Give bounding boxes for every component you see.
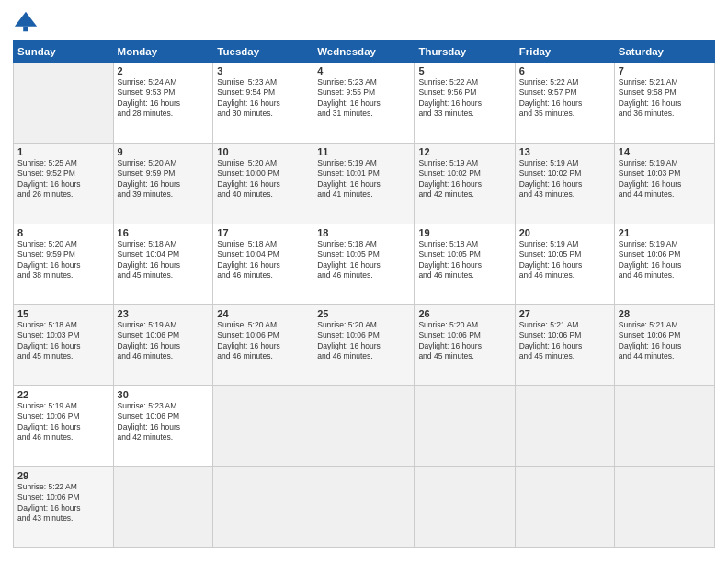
svg-rect-1 (23, 27, 28, 32)
day-number: 7 (619, 65, 711, 76)
day-number: 20 (519, 227, 610, 238)
table-row: 9Sunrise: 5:20 AMSunset: 9:59 PMDaylight… (113, 144, 213, 224)
table-row: 17Sunrise: 5:18 AMSunset: 10:04 PMDaylig… (213, 224, 313, 305)
table-row: 27Sunrise: 5:21 AMSunset: 10:06 PMDaylig… (515, 305, 614, 386)
day-info: Sunrise: 5:19 AMSunset: 10:05 PMDaylight… (519, 239, 610, 282)
calendar-row: 15Sunrise: 5:18 AMSunset: 10:03 PMDaylig… (14, 305, 715, 386)
table-row: 2Sunrise: 5:24 AMSunset: 9:53 PMDaylight… (113, 63, 213, 144)
table-row (415, 467, 515, 548)
table-row: 19Sunrise: 5:18 AMSunset: 10:05 PMDaylig… (415, 224, 515, 305)
col-tuesday: Tuesday (213, 41, 313, 63)
day-info: Sunrise: 5:18 AMSunset: 10:03 PMDaylight… (17, 320, 109, 362)
day-info: Sunrise: 5:19 AMSunset: 10:02 PMDaylight… (418, 158, 510, 201)
table-row: 1Sunrise: 5:25 AMSunset: 9:52 PMDaylight… (14, 144, 114, 224)
day-info: Sunrise: 5:20 AMSunset: 9:59 PMDaylight:… (17, 239, 109, 282)
day-number: 21 (619, 227, 711, 238)
table-row: 5Sunrise: 5:22 AMSunset: 9:56 PMDaylight… (415, 63, 515, 144)
table-row: 16Sunrise: 5:18 AMSunset: 10:04 PMDaylig… (113, 224, 213, 305)
calendar-table: Sunday Monday Tuesday Wednesday Thursday… (13, 40, 715, 548)
table-row: 14Sunrise: 5:19 AMSunset: 10:03 PMDaylig… (614, 144, 714, 224)
day-number: 16 (118, 227, 210, 238)
day-number: 30 (118, 389, 210, 400)
day-info: Sunrise: 5:25 AMSunset: 9:52 PMDaylight:… (17, 158, 109, 201)
table-row: 25Sunrise: 5:20 AMSunset: 10:06 PMDaylig… (313, 305, 415, 386)
day-info: Sunrise: 5:19 AMSunset: 10:01 PMDaylight… (317, 158, 410, 201)
day-info: Sunrise: 5:20 AMSunset: 9:59 PMDaylight:… (118, 158, 210, 201)
table-row: 6Sunrise: 5:22 AMSunset: 9:57 PMDaylight… (515, 63, 614, 144)
day-number: 29 (17, 470, 109, 481)
day-info: Sunrise: 5:18 AMSunset: 10:05 PMDaylight… (418, 239, 510, 282)
day-info: Sunrise: 5:22 AMSunset: 9:57 PMDaylight:… (519, 77, 610, 120)
day-number: 5 (418, 65, 510, 76)
table-row (213, 386, 313, 467)
day-info: Sunrise: 5:20 AMSunset: 10:06 PMDaylight… (217, 320, 309, 362)
col-saturday: Saturday (614, 41, 714, 63)
day-number: 22 (17, 389, 109, 400)
table-row: 28Sunrise: 5:21 AMSunset: 10:06 PMDaylig… (614, 305, 714, 386)
day-number: 18 (317, 227, 410, 238)
table-row (614, 386, 714, 467)
calendar-header-row: Sunday Monday Tuesday Wednesday Thursday… (14, 41, 715, 63)
day-number: 10 (217, 146, 309, 157)
day-info: Sunrise: 5:18 AMSunset: 10:04 PMDaylight… (118, 239, 210, 282)
day-number: 25 (317, 308, 410, 319)
table-row: 4Sunrise: 5:23 AMSunset: 9:55 PMDaylight… (313, 63, 415, 144)
day-number: 15 (17, 308, 109, 319)
table-row: 22Sunrise: 5:19 AMSunset: 10:06 PMDaylig… (14, 386, 114, 467)
day-number: 12 (418, 146, 510, 157)
day-number: 27 (519, 308, 610, 319)
table-row (313, 386, 415, 467)
day-number: 9 (118, 146, 210, 157)
day-info: Sunrise: 5:19 AMSunset: 10:06 PMDaylight… (17, 401, 109, 443)
day-number: 13 (519, 146, 610, 157)
table-row: 15Sunrise: 5:18 AMSunset: 10:03 PMDaylig… (14, 305, 114, 386)
col-monday: Monday (113, 41, 213, 63)
calendar-row: 8Sunrise: 5:20 AMSunset: 9:59 PMDaylight… (14, 224, 715, 305)
table-row (113, 467, 213, 548)
day-number: 8 (17, 227, 109, 238)
day-info: Sunrise: 5:23 AMSunset: 10:06 PMDaylight… (118, 401, 210, 443)
day-number: 24 (217, 308, 309, 319)
day-info: Sunrise: 5:21 AMSunset: 10:06 PMDaylight… (519, 320, 610, 362)
table-row: 21Sunrise: 5:19 AMSunset: 10:06 PMDaylig… (614, 224, 714, 305)
day-info: Sunrise: 5:19 AMSunset: 10:06 PMDaylight… (619, 239, 711, 282)
table-row: 24Sunrise: 5:20 AMSunset: 10:06 PMDaylig… (213, 305, 313, 386)
table-row: 7Sunrise: 5:21 AMSunset: 9:58 PMDaylight… (614, 63, 714, 144)
day-info: Sunrise: 5:20 AMSunset: 10:06 PMDaylight… (418, 320, 510, 362)
col-thursday: Thursday (415, 41, 515, 63)
svg-marker-0 (15, 12, 37, 27)
table-row (14, 63, 114, 144)
day-info: Sunrise: 5:18 AMSunset: 10:04 PMDaylight… (217, 239, 309, 282)
day-number: 23 (118, 308, 210, 319)
table-row: 29Sunrise: 5:22 AMSunset: 10:06 PMDaylig… (14, 467, 114, 548)
day-info: Sunrise: 5:18 AMSunset: 10:05 PMDaylight… (317, 239, 410, 282)
day-info: Sunrise: 5:22 AMSunset: 9:56 PMDaylight:… (418, 77, 510, 120)
day-number: 17 (217, 227, 309, 238)
col-friday: Friday (515, 41, 614, 63)
table-row: 11Sunrise: 5:19 AMSunset: 10:01 PMDaylig… (313, 144, 415, 224)
table-row: 10Sunrise: 5:20 AMSunset: 10:00 PMDaylig… (213, 144, 313, 224)
col-wednesday: Wednesday (313, 41, 415, 63)
calendar-row: 29Sunrise: 5:22 AMSunset: 10:06 PMDaylig… (14, 467, 715, 548)
table-row: 3Sunrise: 5:23 AMSunset: 9:54 PMDaylight… (213, 63, 313, 144)
table-row (313, 467, 415, 548)
day-info: Sunrise: 5:21 AMSunset: 9:58 PMDaylight:… (619, 77, 711, 120)
table-row: 23Sunrise: 5:19 AMSunset: 10:06 PMDaylig… (113, 305, 213, 386)
day-info: Sunrise: 5:23 AMSunset: 9:54 PMDaylight:… (217, 77, 309, 120)
table-row: 18Sunrise: 5:18 AMSunset: 10:05 PMDaylig… (313, 224, 415, 305)
table-row (614, 467, 714, 548)
calendar-row: 22Sunrise: 5:19 AMSunset: 10:06 PMDaylig… (14, 386, 715, 467)
table-row (515, 467, 614, 548)
day-info: Sunrise: 5:20 AMSunset: 10:06 PMDaylight… (317, 320, 410, 362)
day-number: 2 (118, 65, 210, 76)
header (13, 9, 715, 35)
logo (13, 9, 42, 35)
logo-icon (13, 9, 39, 35)
table-row (415, 386, 515, 467)
calendar-row: 2Sunrise: 5:24 AMSunset: 9:53 PMDaylight… (14, 63, 715, 144)
day-number: 28 (619, 308, 711, 319)
day-info: Sunrise: 5:19 AMSunset: 10:06 PMDaylight… (118, 320, 210, 362)
day-info: Sunrise: 5:21 AMSunset: 10:06 PMDaylight… (619, 320, 711, 362)
table-row (213, 467, 313, 548)
day-number: 4 (317, 65, 410, 76)
